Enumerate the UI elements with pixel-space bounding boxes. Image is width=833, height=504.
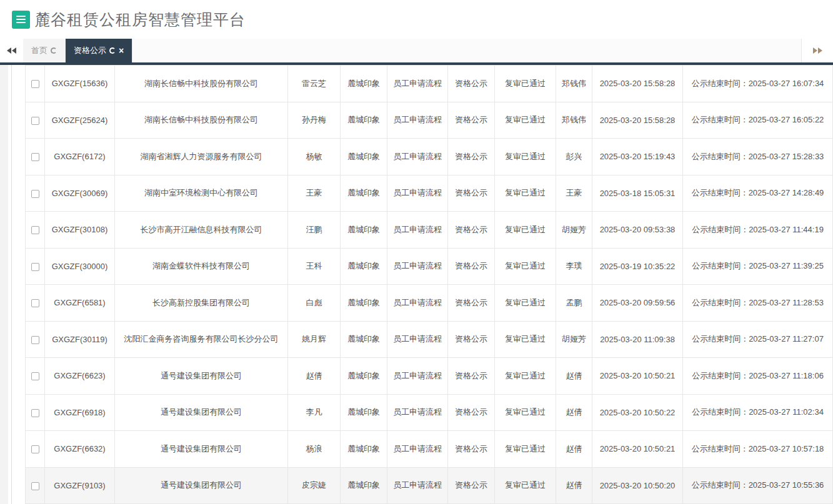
table-row[interactable]: GXGZF(25624)湖南长信畅中科技股份有限公司孙丹梅麓城印象员工申请流程资… <box>26 102 833 139</box>
row-checkbox[interactable] <box>31 445 39 453</box>
publicity-table: GXGZF(15636)湖南长信畅中科技股份有限公司雷云芝麓城印象员工申请流程资… <box>25 65 833 504</box>
company-name: 长沙市高开江融信息科技有限公司 <box>115 212 288 249</box>
publicity-end-time: 公示结束时间：2025-03-27 10:55:36 <box>683 467 833 504</box>
reviewer-name: 赵倩 <box>556 467 592 504</box>
table-row[interactable]: GXGZF(6623)通号建设集团有限公司赵倩麓城印象员工申请流程资格公示复审已… <box>26 358 833 395</box>
double-chevron-left-icon <box>12 47 16 54</box>
company-name: 通号建设集团有限公司 <box>115 431 288 468</box>
review-status: 复审已通过 <box>495 248 556 285</box>
reviewer-name: 胡娅芳 <box>556 212 592 249</box>
review-status: 复审已通过 <box>495 321 556 358</box>
company-name: 湖南金蝶软件科技有限公司 <box>115 248 288 285</box>
application-id: GXGZF(30119) <box>45 321 115 358</box>
table-row[interactable]: GXGZF(9103)通号建设集团有限公司皮宗婕麓城印象员工申请流程资格公示复审… <box>26 467 833 504</box>
close-icon[interactable]: × <box>119 46 124 55</box>
process-type: 员工申请流程 <box>387 212 448 249</box>
company-name: 湖南省湘辉人力资源服务有限公司 <box>115 139 288 175</box>
reviewer-name: 赵倩 <box>556 431 592 468</box>
publicity-end-time: 公示结束时间：2025-03-27 11:44:19 <box>683 212 833 249</box>
row-checkbox[interactable] <box>31 153 39 161</box>
project-name: 麓城印象 <box>341 102 387 139</box>
publicity-end-time: 公示结束时间：2025-03-27 11:27:07 <box>683 321 833 358</box>
publicity-end-time: 公示结束时间：2025-03-27 15:28:33 <box>683 139 833 175</box>
table-row[interactable]: GXGZF(30108)长沙市高开江融信息科技有限公司汪鹏麓城印象员工申请流程资… <box>26 212 833 249</box>
application-id: GXGZF(30000) <box>45 248 115 285</box>
review-status: 复审已通过 <box>495 212 556 249</box>
review-status: 复审已通过 <box>495 358 556 395</box>
review-time: 2025-03-20 09:59:56 <box>592 285 683 322</box>
reviewer-name: 郑钱伟 <box>556 102 592 139</box>
review-status: 复审已通过 <box>495 394 556 431</box>
row-checkbox[interactable] <box>31 299 39 307</box>
tab-home[interactable]: 首页 <box>23 39 66 62</box>
reviewer-name: 赵倩 <box>556 394 592 431</box>
row-checkbox-cell <box>26 248 45 285</box>
publicity-end-time: 公示结束时间：2025-03-27 11:18:06 <box>683 358 833 395</box>
project-name: 麓城印象 <box>341 394 387 431</box>
row-checkbox[interactable] <box>31 117 39 125</box>
applicant-name: 李凡 <box>288 394 341 431</box>
table-row[interactable]: GXGZF(30000)湖南金蝶软件科技有限公司王科麓城印象员工申请流程资格公示… <box>26 248 833 285</box>
flow-node: 资格公示 <box>448 321 495 358</box>
process-type: 员工申请流程 <box>387 66 448 102</box>
company-name: 沈阳汇金商务咨询服务有限公司长沙分公司 <box>115 321 288 358</box>
process-type: 员工申请流程 <box>387 248 448 285</box>
reviewer-name: 郑钱伟 <box>556 66 592 102</box>
double-chevron-right-icon <box>818 47 822 54</box>
table-row[interactable]: GXGZF(15636)湖南长信畅中科技股份有限公司雷云芝麓城印象员工申请流程资… <box>26 66 833 102</box>
applicant-name: 雷云芝 <box>288 66 341 102</box>
application-id: GXGZF(30108) <box>45 212 115 249</box>
row-checkbox[interactable] <box>31 190 39 198</box>
row-checkbox-cell <box>26 102 45 139</box>
tabs-scroll-right-button[interactable] <box>801 39 833 62</box>
refresh-icon[interactable] <box>109 47 116 54</box>
process-type: 员工申请流程 <box>387 321 448 358</box>
row-checkbox[interactable] <box>31 226 39 234</box>
refresh-icon[interactable] <box>51 47 57 54</box>
flow-node: 资格公示 <box>448 139 495 175</box>
review-status: 复审已通过 <box>495 431 556 468</box>
row-checkbox[interactable] <box>31 263 39 271</box>
review-time: 2025-03-20 11:09:38 <box>592 321 683 358</box>
review-time: 2025-03-18 15:05:31 <box>592 175 683 212</box>
row-checkbox[interactable] <box>31 482 39 490</box>
process-type: 员工申请流程 <box>387 285 448 322</box>
tab-qualification-publicity[interactable]: 资格公示 × <box>66 39 132 62</box>
table-row[interactable]: GXGZF(30069)湖南中室环境检测中心有限公司王豪麓城印象员工申请流程资格… <box>26 175 833 212</box>
table-row[interactable]: GXGZF(30119)沈阳汇金商务咨询服务有限公司长沙分公司姚月辉麓城印象员工… <box>26 321 833 358</box>
company-name: 长沙高新控股集团有限公司 <box>115 285 288 322</box>
flow-node: 资格公示 <box>448 467 495 504</box>
process-type: 员工申请流程 <box>387 175 448 212</box>
hamburger-menu-button[interactable] <box>12 11 30 29</box>
reviewer-name: 赵倩 <box>556 358 592 395</box>
table-row[interactable]: GXGZF(6632)通号建设集团有限公司杨浪麓城印象员工申请流程资格公示复审已… <box>26 431 833 468</box>
row-checkbox[interactable] <box>31 336 39 344</box>
flow-node: 资格公示 <box>448 285 495 322</box>
review-time: 2025-03-19 10:35:22 <box>592 248 683 285</box>
tabs-scroll-left-button[interactable] <box>0 39 23 62</box>
project-name: 麓城印象 <box>341 248 387 285</box>
row-checkbox-cell <box>26 139 45 175</box>
project-name: 麓城印象 <box>341 285 387 322</box>
row-checkbox[interactable] <box>31 409 39 417</box>
application-id: GXGZF(6632) <box>45 431 115 468</box>
project-name: 麓城印象 <box>341 139 387 175</box>
row-checkbox[interactable] <box>31 372 39 380</box>
review-time: 2025-03-20 15:19:43 <box>592 139 683 175</box>
publicity-end-time: 公示结束时间：2025-03-27 10:57:18 <box>683 431 833 468</box>
row-checkbox[interactable] <box>31 80 39 88</box>
table-row[interactable]: GXGZF(6581)长沙高新控股集团有限公司白彪麓城印象员工申请流程资格公示复… <box>26 285 833 322</box>
row-checkbox-cell <box>26 175 45 212</box>
application-id: GXGZF(6918) <box>45 394 115 431</box>
review-status: 复审已通过 <box>495 139 556 175</box>
flow-node: 资格公示 <box>448 248 495 285</box>
applicant-name: 赵倩 <box>288 358 341 395</box>
table-row[interactable]: GXGZF(6918)通号建设集团有限公司李凡麓城印象员工申请流程资格公示复审已… <box>26 394 833 431</box>
project-name: 麓城印象 <box>341 467 387 504</box>
review-status: 复审已通过 <box>495 175 556 212</box>
flow-node: 资格公示 <box>448 175 495 212</box>
left-gutter <box>0 65 8 504</box>
company-name: 湖南长信畅中科技股份有限公司 <box>115 102 288 139</box>
table-row[interactable]: GXGZF(6172)湖南省湘辉人力资源服务有限公司杨敏麓城印象员工申请流程资格… <box>26 139 833 175</box>
applicant-name: 王科 <box>288 248 341 285</box>
